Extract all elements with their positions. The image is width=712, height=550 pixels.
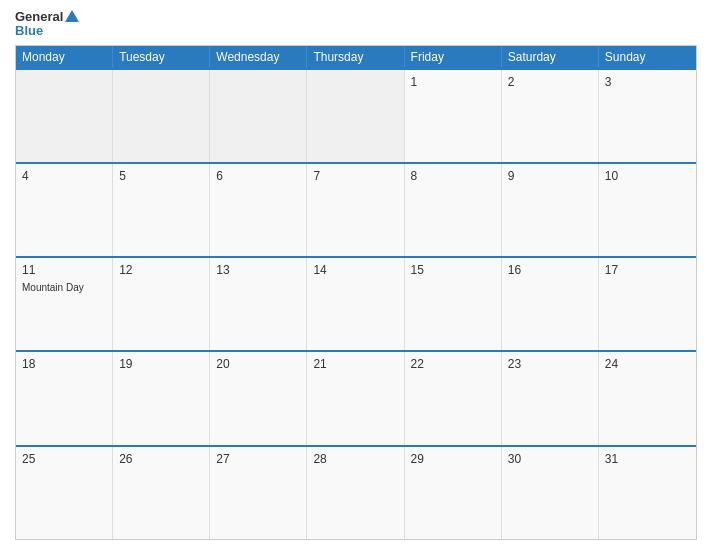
day-number: 3 [605, 74, 690, 91]
day-number: 11 [22, 262, 106, 279]
day-cell: 3 [599, 70, 696, 162]
day-cell [307, 70, 404, 162]
week-row-3: 11Mountain Day121314151617 [16, 256, 696, 350]
day-cell: 22 [405, 352, 502, 444]
day-cell: 24 [599, 352, 696, 444]
day-number: 2 [508, 74, 592, 91]
day-number: 15 [411, 262, 495, 279]
day-cell: 5 [113, 164, 210, 256]
day-number: 12 [119, 262, 203, 279]
day-number: 8 [411, 168, 495, 185]
day-cell: 13 [210, 258, 307, 350]
day-number: 27 [216, 451, 300, 468]
day-header-friday: Friday [405, 46, 502, 68]
day-cell: 20 [210, 352, 307, 444]
day-number: 24 [605, 356, 690, 373]
day-cell: 11Mountain Day [16, 258, 113, 350]
day-number: 25 [22, 451, 106, 468]
day-cell [113, 70, 210, 162]
day-cell: 29 [405, 447, 502, 539]
day-header-sunday: Sunday [599, 46, 696, 68]
day-number: 14 [313, 262, 397, 279]
day-number: 7 [313, 168, 397, 185]
day-cell: 28 [307, 447, 404, 539]
day-header-thursday: Thursday [307, 46, 404, 68]
day-cell: 4 [16, 164, 113, 256]
day-number: 28 [313, 451, 397, 468]
day-cell: 12 [113, 258, 210, 350]
day-cell: 17 [599, 258, 696, 350]
day-headers-row: MondayTuesdayWednesdayThursdayFridaySatu… [16, 46, 696, 68]
day-cell: 16 [502, 258, 599, 350]
day-cell: 25 [16, 447, 113, 539]
day-number: 31 [605, 451, 690, 468]
day-cell: 21 [307, 352, 404, 444]
day-header-wednesday: Wednesday [210, 46, 307, 68]
day-cell: 19 [113, 352, 210, 444]
day-number: 4 [22, 168, 106, 185]
day-header-tuesday: Tuesday [113, 46, 210, 68]
day-cell: 9 [502, 164, 599, 256]
day-number: 17 [605, 262, 690, 279]
day-number: 6 [216, 168, 300, 185]
day-cell: 14 [307, 258, 404, 350]
day-number: 16 [508, 262, 592, 279]
day-cell: 10 [599, 164, 696, 256]
logo-general: General [15, 10, 63, 24]
day-cell: 6 [210, 164, 307, 256]
day-number: 30 [508, 451, 592, 468]
day-cell [16, 70, 113, 162]
week-row-1: 123 [16, 68, 696, 162]
logo-blue: Blue [15, 24, 79, 38]
day-number: 13 [216, 262, 300, 279]
day-cell: 2 [502, 70, 599, 162]
day-number: 1 [411, 74, 495, 91]
day-number: 29 [411, 451, 495, 468]
day-number: 22 [411, 356, 495, 373]
day-number: 19 [119, 356, 203, 373]
calendar-grid: MondayTuesdayWednesdayThursdayFridaySatu… [15, 45, 697, 540]
weeks-container: 1234567891011Mountain Day121314151617181… [16, 68, 696, 539]
day-cell: 18 [16, 352, 113, 444]
day-cell: 27 [210, 447, 307, 539]
calendar-container: GeneralBlue MondayTuesdayWednesdayThursd… [0, 0, 712, 550]
day-cell [210, 70, 307, 162]
calendar-header: GeneralBlue [15, 10, 697, 39]
day-event: Mountain Day [22, 281, 106, 294]
logo-triangle-icon [65, 10, 79, 22]
day-number: 26 [119, 451, 203, 468]
week-row-5: 25262728293031 [16, 445, 696, 539]
day-number: 20 [216, 356, 300, 373]
day-number: 21 [313, 356, 397, 373]
day-cell: 31 [599, 447, 696, 539]
day-number: 18 [22, 356, 106, 373]
day-cell: 30 [502, 447, 599, 539]
day-cell: 26 [113, 447, 210, 539]
week-row-4: 18192021222324 [16, 350, 696, 444]
day-number: 23 [508, 356, 592, 373]
week-row-2: 45678910 [16, 162, 696, 256]
day-number: 5 [119, 168, 203, 185]
day-cell: 15 [405, 258, 502, 350]
day-number: 10 [605, 168, 690, 185]
day-cell: 1 [405, 70, 502, 162]
logo: GeneralBlue [15, 10, 79, 39]
day-cell: 8 [405, 164, 502, 256]
day-header-saturday: Saturday [502, 46, 599, 68]
day-cell: 7 [307, 164, 404, 256]
day-header-monday: Monday [16, 46, 113, 68]
day-number: 9 [508, 168, 592, 185]
day-cell: 23 [502, 352, 599, 444]
